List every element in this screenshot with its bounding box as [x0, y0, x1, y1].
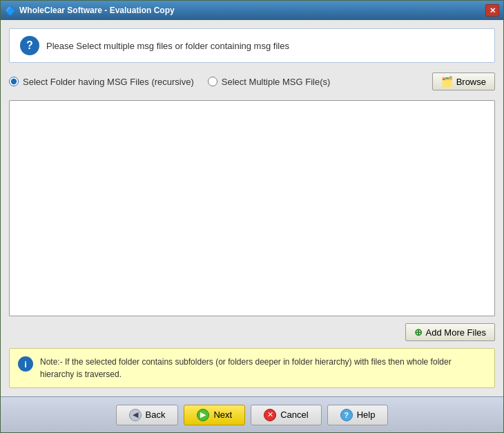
- cancel-label: Cancel: [280, 410, 308, 420]
- radio-folder[interactable]: [9, 77, 19, 86]
- next-button[interactable]: ▶ Next: [184, 405, 245, 425]
- browse-icon: 🗂️: [441, 76, 453, 87]
- info-message: Please Select multiple msg files or fold…: [46, 41, 289, 51]
- options-row: Select Folder having MSG Files (recursiv…: [9, 70, 495, 93]
- browse-button[interactable]: 🗂️ Browse: [432, 73, 495, 90]
- help-label: Help: [357, 410, 376, 420]
- cancel-icon: ✕: [264, 409, 276, 421]
- note-text: Note:- If the selected folder contains s…: [40, 356, 486, 381]
- title-bar-left: 🔷 WholeClear Software - Evaluation Copy: [5, 5, 175, 16]
- next-label: Next: [213, 410, 232, 420]
- note-bar: i Note:- If the selected folder contains…: [9, 348, 495, 388]
- radio-folder-label[interactable]: Select Folder having MSG Files (recursiv…: [9, 77, 194, 87]
- window-title: WholeClear Software - Evaluation Copy: [19, 6, 175, 15]
- next-icon: ▶: [197, 409, 209, 421]
- radio-folder-text: Select Folder having MSG Files (recursiv…: [23, 77, 194, 87]
- title-buttons: ✕: [485, 4, 499, 17]
- add-more-files-button[interactable]: ⊕ Add More Files: [405, 323, 495, 341]
- radio-files[interactable]: [208, 77, 217, 86]
- browse-label: Browse: [456, 77, 486, 87]
- back-label: Back: [146, 410, 166, 420]
- back-icon: ◀: [129, 409, 142, 421]
- add-icon: ⊕: [414, 327, 423, 338]
- add-files-label: Add More Files: [426, 327, 486, 338]
- add-files-row: ⊕ Add More Files: [9, 323, 495, 341]
- help-icon: ?: [340, 409, 353, 421]
- title-bar: 🔷 WholeClear Software - Evaluation Copy …: [1, 1, 503, 20]
- main-window: 🔷 WholeClear Software - Evaluation Copy …: [0, 0, 504, 433]
- cancel-button[interactable]: ✕ Cancel: [251, 405, 321, 425]
- info-icon: i: [18, 356, 33, 372]
- back-button[interactable]: ◀ Back: [116, 405, 179, 425]
- info-bar: ? Please Select multiple msg files or fo…: [9, 28, 495, 63]
- app-icon: 🔷: [5, 5, 16, 16]
- help-button[interactable]: ? Help: [327, 405, 389, 425]
- content-area: ? Please Select multiple msg files or fo…: [1, 20, 503, 396]
- bottom-bar: ◀ Back ▶ Next ✕ Cancel ? Help: [1, 396, 503, 432]
- question-icon: ?: [20, 36, 39, 55]
- radio-files-text: Select Multiple MSG File(s): [222, 77, 330, 87]
- radio-files-label[interactable]: Select Multiple MSG File(s): [208, 77, 330, 87]
- file-list: [9, 100, 495, 316]
- close-button[interactable]: ✕: [485, 4, 499, 17]
